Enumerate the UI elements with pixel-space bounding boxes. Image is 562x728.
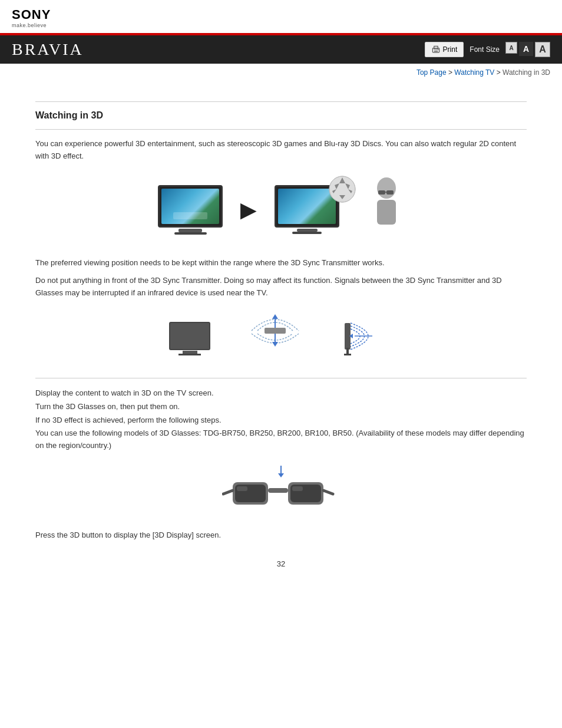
3d-tv-illustration [275, 174, 404, 245]
step-last-text: Press the 3D button to display the [3D D… [35, 529, 527, 542]
print-button[interactable]: Print [425, 42, 464, 57]
content-area: Watching in 3D You can experience powerf… [0, 81, 562, 598]
regular-tv-illustration [158, 185, 223, 235]
sony-logo: SONY make.believe [12, 7, 550, 28]
svg-marker-22 [278, 473, 284, 477]
svg-rect-1 [434, 51, 437, 53]
svg-rect-16 [345, 323, 351, 350]
steps-list: Display the content to watch in 3D on th… [35, 387, 527, 453]
svg-line-29 [323, 490, 333, 494]
breadcrumb-watching-tv[interactable]: Watching TV [454, 68, 494, 77]
toolbar-right: Print Font Size A A A [425, 42, 550, 57]
divider-top [35, 101, 527, 102]
breadcrumb: Top Page > Watching TV > Watching in 3D [0, 64, 562, 81]
tv-small-screen [169, 322, 210, 350]
transmitter-note-2: Do not put anything in front of the 3D S… [35, 275, 527, 299]
svg-rect-8 [378, 190, 385, 195]
tv-base [174, 232, 207, 235]
bravia-title: BRAVIA [12, 40, 84, 59]
divider-steps [35, 378, 527, 378]
print-label: Print [443, 45, 458, 54]
svg-rect-27 [268, 488, 288, 493]
step-1: Display the content to watch in 3D on th… [35, 387, 527, 400]
ball-svg [328, 174, 357, 204]
svg-point-6 [377, 177, 396, 199]
tv-screen-inner [161, 189, 219, 224]
tv-stand [178, 229, 202, 232]
glasses-illustration-container [35, 465, 527, 518]
transmitter-illustration [240, 311, 310, 366]
tv-side-svg [340, 311, 393, 364]
svg-marker-15 [272, 314, 278, 319]
step-2: Turn the 3D Glasses on, then put them on… [35, 400, 527, 414]
print-icon [431, 45, 441, 54]
breadcrumb-sep1: > [447, 68, 455, 77]
person-figure [369, 177, 404, 238]
sony-brand: SONY [12, 7, 51, 22]
font-size-label: Font Size [470, 45, 500, 54]
svg-rect-7 [377, 200, 396, 225]
page-number: 32 [35, 559, 527, 580]
font-size-buttons: A A A [505, 42, 550, 57]
divider-after-title [35, 129, 527, 130]
bravia-banner: BRAVIA Print Font Size A A A [0, 33, 562, 64]
svg-rect-31 [292, 486, 303, 491]
transmitter-note-1: The preferred viewing position needs to … [35, 257, 527, 269]
font-small-button[interactable]: A [505, 42, 517, 54]
breadcrumb-top-page[interactable]: Top Page [416, 68, 447, 77]
transmitter-svg [240, 311, 310, 364]
tv-small-base [178, 354, 201, 355]
logo-bar: SONY make.believe [0, 0, 562, 33]
breadcrumb-current: Watching in 3D [503, 68, 550, 77]
page-title: Watching in 3D [35, 110, 527, 121]
3d-ball [328, 174, 357, 206]
svg-rect-17 [346, 348, 349, 354]
breadcrumb-sep2: > [494, 68, 503, 77]
step-3: If no 3D effect is achieved, perform the… [35, 414, 527, 427]
svg-line-28 [223, 490, 233, 494]
svg-rect-11 [265, 328, 286, 334]
person-svg [369, 177, 404, 236]
svg-marker-13 [272, 342, 278, 347]
tv-side-illustration [340, 311, 393, 366]
svg-rect-2 [434, 46, 437, 49]
illustration-2d-to-3d: ▶ [35, 174, 527, 245]
step-4: You can use the following models of 3D G… [35, 427, 527, 453]
tv-screen-outer [158, 185, 223, 228]
transmitter-illustration-row [35, 311, 527, 366]
3d-tv-base [292, 232, 322, 234]
font-large-button[interactable]: A [535, 42, 550, 57]
arrow-right-icon: ▶ [240, 197, 257, 222]
svg-point-3 [438, 49, 439, 50]
svg-rect-9 [386, 190, 394, 195]
glasses-svg [222, 465, 340, 518]
font-medium-button[interactable]: A [519, 42, 533, 56]
intro-text: You can experience powerful 3D entertain… [35, 138, 527, 163]
svg-rect-18 [344, 354, 351, 355]
tv-front-illustration [169, 322, 210, 355]
svg-rect-30 [237, 486, 247, 491]
sony-tagline: make.believe [12, 22, 47, 28]
